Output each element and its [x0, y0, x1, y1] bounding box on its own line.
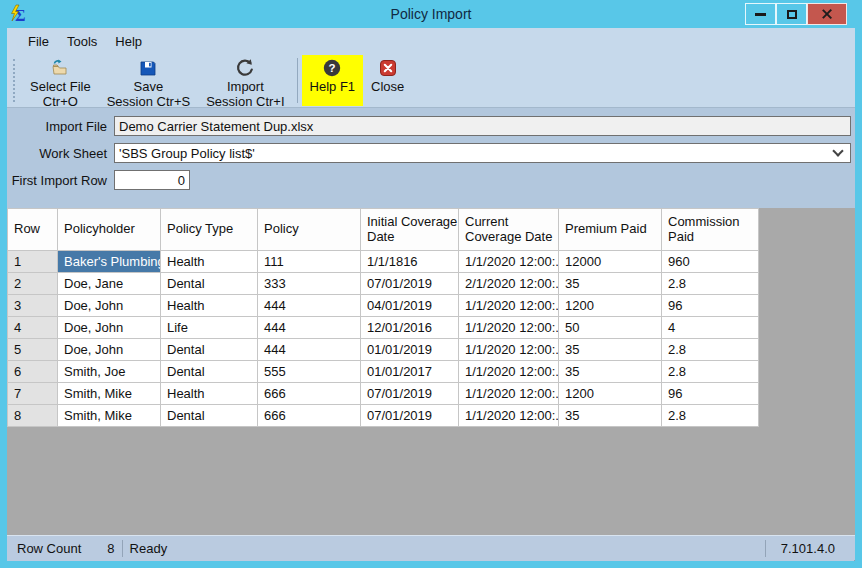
grid-cell[interactable]: 4	[662, 317, 759, 339]
maximize-button[interactable]	[776, 3, 807, 25]
grid-cell[interactable]: 1/1/2020 12:00:...	[459, 383, 559, 405]
grid-cell[interactable]: Doe, John	[58, 339, 161, 361]
grid-cell[interactable]: 1/1/2020 12:00:...	[459, 339, 559, 361]
resize-grip[interactable]	[850, 556, 852, 558]
grid-cell[interactable]: 2.8	[662, 361, 759, 383]
policy-table: RowPolicyholderPolicy TypePolicyInitial …	[7, 208, 759, 427]
grid-cell[interactable]: 35	[559, 339, 662, 361]
grid-cell[interactable]: Health	[161, 295, 258, 317]
grid-cell[interactable]: 1/1/2020 12:00:...	[459, 295, 559, 317]
save-session-button[interactable]: SaveSession Ctr+S	[99, 55, 198, 106]
grid-cell[interactable]: Baker's Plumbing	[58, 251, 161, 273]
row-header-cell[interactable]: 8	[8, 405, 58, 427]
grid-cell[interactable]: 666	[258, 405, 361, 427]
grid-cell[interactable]: Health	[161, 251, 258, 273]
grid-cell[interactable]: 50	[559, 317, 662, 339]
grid-cell[interactable]: 1/1/2020 12:00:...	[459, 361, 559, 383]
import-session-button[interactable]: ImportSession Ctr+I	[198, 55, 292, 106]
grid-cell[interactable]: 35	[559, 273, 662, 295]
minimize-icon	[755, 13, 766, 16]
chevron-down-icon	[832, 145, 843, 156]
toolbar-grip[interactable]	[13, 59, 17, 102]
column-header-policy[interactable]: Policy	[258, 209, 361, 251]
grid-cell[interactable]: 96	[662, 295, 759, 317]
grid-cell[interactable]: Doe, Jane	[58, 273, 161, 295]
grid-cell[interactable]: 96	[662, 383, 759, 405]
close-button[interactable]: Close	[363, 55, 412, 106]
grid-cell[interactable]: Dental	[161, 361, 258, 383]
grid-cell[interactable]: 111	[258, 251, 361, 273]
grid-cell[interactable]: 444	[258, 339, 361, 361]
grid-cell[interactable]: 12000	[559, 251, 662, 273]
row-header-cell[interactable]: 2	[8, 273, 58, 295]
column-header-current-coverage-date[interactable]: Current Coverage Date	[459, 209, 559, 251]
row-count-value: 8	[107, 541, 114, 556]
toolbar: Select FileCtr+OSaveSession Ctr+SImportS…	[7, 54, 855, 108]
select-file-button[interactable]: Select FileCtr+O	[22, 55, 99, 106]
grid-cell[interactable]: 12/01/2016	[361, 317, 459, 339]
grid-cell[interactable]: 555	[258, 361, 361, 383]
grid-cell[interactable]: 2/1/2020 12:00:...	[459, 273, 559, 295]
grid-cell[interactable]: 1200	[559, 383, 662, 405]
grid-cell[interactable]: Smith, Mike	[58, 405, 161, 427]
menu-help[interactable]: Help	[106, 31, 151, 52]
grid-cell[interactable]: 666	[258, 383, 361, 405]
menu-file[interactable]: File	[19, 31, 58, 52]
grid-cell[interactable]: 960	[662, 251, 759, 273]
grid-cell[interactable]: 35	[559, 361, 662, 383]
grid-cell[interactable]: Dental	[161, 273, 258, 295]
grid-cell[interactable]: 07/01/2019	[361, 383, 459, 405]
status-divider	[122, 540, 123, 557]
grid-cell[interactable]: 1200	[559, 295, 662, 317]
grid-cell[interactable]: 2.8	[662, 405, 759, 427]
grid-cell[interactable]: 1/1/2020 12:00:...	[459, 405, 559, 427]
grid-cell[interactable]: Life	[161, 317, 258, 339]
status-bar: Row Count 8 Ready 7.101.4.0	[7, 535, 855, 561]
grid-cell[interactable]: 07/01/2019	[361, 273, 459, 295]
work-sheet-dropdown[interactable]: 'SBS Group Policy list$'	[114, 143, 851, 163]
minimize-button[interactable]	[745, 3, 776, 25]
help-button[interactable]: ?Help F1	[302, 55, 364, 106]
column-header-premium-paid[interactable]: Premium Paid	[559, 209, 662, 251]
row-header-cell[interactable]: 1	[8, 251, 58, 273]
grid-cell[interactable]: Health	[161, 383, 258, 405]
grid-cell[interactable]: 2.8	[662, 273, 759, 295]
grid-cell[interactable]: Doe, John	[58, 317, 161, 339]
grid-cell[interactable]: 35	[559, 405, 662, 427]
first-import-row-field[interactable]: 0	[114, 170, 190, 190]
grid-cell[interactable]: 444	[258, 317, 361, 339]
close-window-button[interactable]	[807, 3, 847, 25]
title-bar: Σ Policy Import	[7, 0, 855, 28]
grid-cell[interactable]: 333	[258, 273, 361, 295]
grid-cell[interactable]: Dental	[161, 339, 258, 361]
grid-cell[interactable]: 04/01/2019	[361, 295, 459, 317]
row-header-cell[interactable]: 4	[8, 317, 58, 339]
column-header-policy-type[interactable]: Policy Type	[161, 209, 258, 251]
close-icon	[821, 8, 833, 20]
grid-cell[interactable]: 01/01/2019	[361, 339, 459, 361]
grid-cell[interactable]: 1/1/1816	[361, 251, 459, 273]
column-header-commission-paid[interactable]: Commission Paid	[662, 209, 759, 251]
close-label: Close	[371, 80, 404, 95]
row-header-cell[interactable]: 5	[8, 339, 58, 361]
grid-cell[interactable]: 1/1/2020 12:00:...	[459, 317, 559, 339]
grid-cell[interactable]: Dental	[161, 405, 258, 427]
table-row: 3Doe, JohnHealth44404/01/20191/1/2020 12…	[8, 295, 759, 317]
grid-cell[interactable]: 01/01/2017	[361, 361, 459, 383]
column-header-initial-coverage-date[interactable]: Initial Coverage Date	[361, 209, 459, 251]
grid-cell[interactable]: 07/01/2019	[361, 405, 459, 427]
column-header-policyholder[interactable]: Policyholder	[58, 209, 161, 251]
menu-tools[interactable]: Tools	[58, 31, 106, 52]
grid-cell[interactable]: 444	[258, 295, 361, 317]
row-header-cell[interactable]: 7	[8, 383, 58, 405]
grid-cell[interactable]: 1/1/2020 12:00:...	[459, 251, 559, 273]
app-sigma-lightning-icon[interactable]: Σ	[9, 4, 29, 24]
grid-cell[interactable]: Smith, Joe	[58, 361, 161, 383]
row-header-cell[interactable]: 6	[8, 361, 58, 383]
row-header-cell[interactable]: 3	[8, 295, 58, 317]
grid-cell[interactable]: Smith, Mike	[58, 383, 161, 405]
import-file-field[interactable]: Demo Carrier Statement Dup.xlsx	[114, 116, 851, 136]
grid-cell[interactable]: Doe, John	[58, 295, 161, 317]
grid-cell[interactable]: 2.8	[662, 339, 759, 361]
column-header-row[interactable]: Row	[8, 209, 58, 251]
